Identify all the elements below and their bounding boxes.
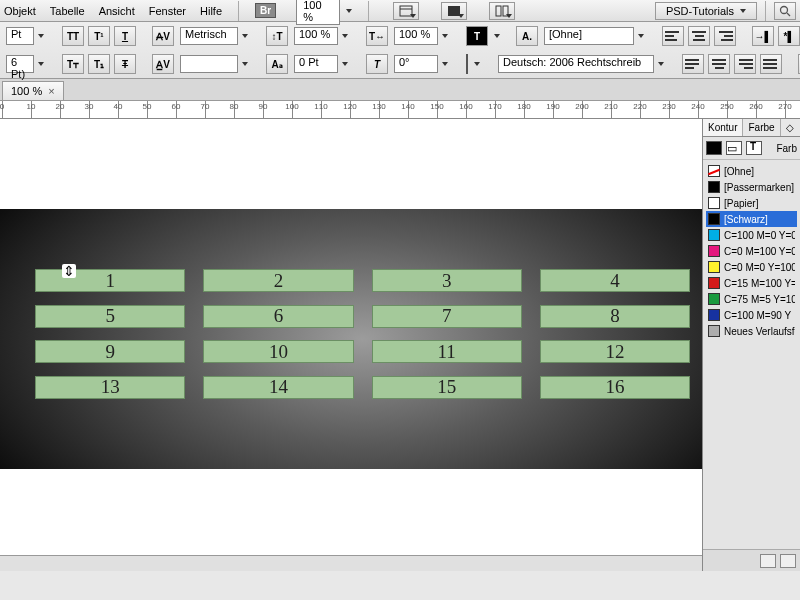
bridge-button[interactable]: Br bbox=[255, 3, 276, 18]
menu-objekt[interactable]: Objekt bbox=[4, 5, 36, 17]
menu-ansicht[interactable]: Ansicht bbox=[99, 5, 135, 17]
zoom-field[interactable]: 100 % bbox=[296, 0, 340, 25]
document-tab[interactable]: 100 % × bbox=[2, 81, 64, 100]
chevron-down-icon[interactable] bbox=[474, 62, 480, 66]
swatch-row[interactable]: C=0 M=100 Y=0 bbox=[706, 243, 797, 259]
table-cell[interactable]: 10 bbox=[203, 340, 353, 363]
workspace-switcher[interactable]: PSD-Tutorials bbox=[655, 2, 757, 20]
vscale-field[interactable]: 100 % bbox=[294, 27, 338, 45]
swatch-row[interactable]: [Ohne] bbox=[706, 163, 797, 179]
language-field[interactable]: Deutsch: 2006 Rechtschreib bbox=[498, 55, 654, 73]
indent-left-button[interactable]: →▌ bbox=[752, 26, 774, 46]
swatch-color-icon bbox=[708, 277, 720, 289]
stroke-proxy-icon[interactable]: ▭ bbox=[726, 141, 742, 155]
font-size-field[interactable]: Pt bbox=[6, 27, 34, 45]
chevron-down-icon[interactable] bbox=[242, 34, 248, 38]
stroke-swatch-none[interactable] bbox=[466, 54, 468, 74]
vscale-icon: ↕T bbox=[266, 26, 288, 46]
menu-tabelle[interactable]: Tabelle bbox=[50, 5, 85, 17]
table-cell[interactable]: 4 bbox=[540, 269, 690, 292]
svg-point-5 bbox=[781, 6, 788, 13]
skew-field[interactable]: 0° bbox=[394, 55, 438, 73]
chevron-down-icon[interactable] bbox=[494, 34, 500, 38]
chevron-down-icon[interactable] bbox=[442, 62, 448, 66]
swatch-label: Neues Verlaufsfe bbox=[724, 326, 795, 337]
chevron-down-icon[interactable] bbox=[658, 62, 664, 66]
swatch-row[interactable]: C=100 M=0 Y=0 bbox=[706, 227, 797, 243]
view-options-button[interactable] bbox=[393, 2, 419, 20]
chevron-down-icon[interactable] bbox=[638, 34, 644, 38]
close-icon[interactable]: × bbox=[48, 85, 54, 97]
table-cell[interactable]: 7 bbox=[372, 305, 522, 328]
chevron-down-icon[interactable] bbox=[38, 34, 44, 38]
swatch-row[interactable]: [Passermarken] bbox=[706, 179, 797, 195]
table-cell[interactable]: 11 bbox=[372, 340, 522, 363]
table-cell[interactable]: 5 bbox=[35, 305, 185, 328]
justify-center-button[interactable] bbox=[708, 54, 730, 74]
strikethrough-button[interactable]: Ŧ bbox=[114, 54, 136, 74]
table-cell[interactable]: 8 bbox=[540, 305, 690, 328]
table-cell[interactable]: 3 bbox=[372, 269, 522, 292]
zoom-dropdown-icon[interactable] bbox=[346, 9, 352, 13]
tracking-field[interactable] bbox=[180, 55, 238, 73]
subscript-button[interactable]: T₁ bbox=[88, 54, 110, 74]
align-left-button[interactable] bbox=[662, 26, 684, 46]
chevron-down-icon[interactable] bbox=[342, 62, 348, 66]
smallcaps-button[interactable]: Tᴛ bbox=[62, 54, 84, 74]
hscale-icon: T↔ bbox=[366, 26, 388, 46]
table-cell[interactable]: 14 bbox=[203, 376, 353, 399]
delete-swatch-button[interactable] bbox=[780, 554, 796, 568]
swatch-row[interactable]: C=15 M=100 Y= bbox=[706, 275, 797, 291]
underline-button[interactable]: T bbox=[114, 26, 136, 46]
chevron-down-icon[interactable] bbox=[342, 34, 348, 38]
justify-full-button[interactable] bbox=[760, 54, 782, 74]
table-cell[interactable]: 9 bbox=[35, 340, 185, 363]
indent-firstline-button[interactable]: *▌ bbox=[778, 26, 800, 46]
fill-text-icon[interactable]: T bbox=[466, 26, 488, 46]
swatch-row[interactable]: [Papier] bbox=[706, 195, 797, 211]
horizontal-scrollbar[interactable] bbox=[0, 555, 702, 571]
tab-kontur[interactable]: Kontur bbox=[703, 119, 743, 136]
tab-farbe[interactable]: Farbe bbox=[743, 119, 780, 136]
table-cell[interactable]: 13 bbox=[35, 376, 185, 399]
table-cell[interactable]: 16 bbox=[540, 376, 690, 399]
chevron-down-icon[interactable] bbox=[442, 34, 448, 38]
menu-hilfe[interactable]: Hilfe bbox=[200, 5, 222, 17]
skew-icon: T bbox=[366, 54, 388, 74]
char-style-field[interactable]: [Ohne] bbox=[544, 27, 634, 45]
arrange-button[interactable] bbox=[489, 2, 515, 20]
chevron-down-icon[interactable] bbox=[38, 62, 44, 66]
align-center-button[interactable] bbox=[688, 26, 710, 46]
table-cell[interactable]: 1 bbox=[35, 269, 185, 292]
hscale-field[interactable]: 100 % bbox=[394, 27, 438, 45]
justify-right-button[interactable] bbox=[734, 54, 756, 74]
tab-overflow[interactable]: ◇ bbox=[781, 119, 800, 136]
leading-field[interactable]: 6 Pt) bbox=[6, 55, 34, 73]
swatch-row[interactable]: C=75 M=5 Y=10 bbox=[706, 291, 797, 307]
new-swatch-button[interactable] bbox=[760, 554, 776, 568]
chevron-down-icon[interactable] bbox=[242, 62, 248, 66]
swatch-color-icon bbox=[708, 181, 720, 193]
swatch-row[interactable]: C=0 M=0 Y=100 bbox=[706, 259, 797, 275]
allcaps-button[interactable]: TT bbox=[62, 26, 84, 46]
menu-fenster[interactable]: Fenster bbox=[149, 5, 186, 17]
kerning-field[interactable]: Metrisch bbox=[180, 27, 238, 45]
search-button[interactable] bbox=[774, 2, 796, 20]
swatch-row[interactable]: Neues Verlaufsfe bbox=[706, 323, 797, 339]
canvas-area[interactable]: 12345678910111213141516 ⇕ Kontur Farbe ◇… bbox=[0, 119, 800, 571]
screen-mode-button[interactable] bbox=[441, 2, 467, 20]
superscript-button[interactable]: T¹ bbox=[88, 26, 110, 46]
fill-proxy-icon[interactable] bbox=[706, 141, 722, 155]
align-right-button[interactable] bbox=[714, 26, 736, 46]
swatch-row[interactable]: C=100 M=90 Y bbox=[706, 307, 797, 323]
swatch-row[interactable]: [Schwarz] bbox=[706, 211, 797, 227]
table-cell[interactable]: 15 bbox=[372, 376, 522, 399]
justify-left-button[interactable] bbox=[682, 54, 704, 74]
table-cell[interactable]: 6 bbox=[203, 305, 353, 328]
format-text-icon[interactable] bbox=[746, 141, 762, 155]
table-cell[interactable]: 2 bbox=[203, 269, 353, 292]
horizontal-ruler[interactable]: 0102030405060708090100110120130140150160… bbox=[0, 101, 800, 119]
baseline-field[interactable]: 0 Pt bbox=[294, 55, 338, 73]
table-cell[interactable]: 12 bbox=[540, 340, 690, 363]
svg-line-6 bbox=[787, 13, 790, 16]
